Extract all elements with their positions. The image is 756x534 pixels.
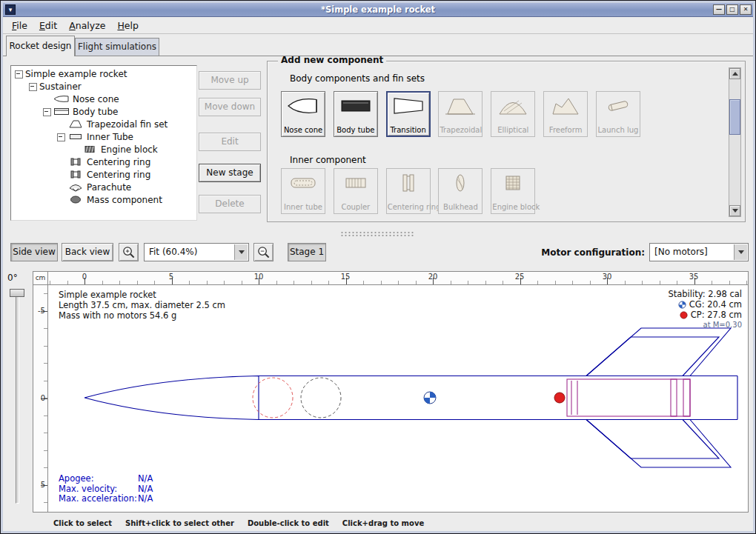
move-down-button[interactable]: Move down [199, 98, 261, 116]
bulkhead-icon [444, 172, 477, 194]
hint-shift-click: Shift+click to select other [125, 519, 234, 527]
side-view-button[interactable]: Side view [10, 243, 58, 261]
titlebar: ▾ *Simple example rocket — □ ✕ [3, 3, 753, 17]
add-engine-block-button[interactable]: Engine block [491, 168, 535, 214]
dropdown-arrow-icon[interactable] [234, 244, 248, 260]
app-window: ▾ *Simple example rocket — □ ✕ File Edit… [0, 0, 756, 534]
add-transition-button[interactable]: Transition [386, 91, 431, 137]
tree-item-inner-tube[interactable]: Inner Tube [11, 130, 196, 143]
tree-item-parachute[interactable]: Parachute [11, 181, 196, 193]
menu-file[interactable]: File [6, 19, 33, 33]
stage-1-toggle[interactable]: Stage 1 [288, 243, 326, 261]
rocket-mass: Mass with no motors 54.6 g [59, 310, 225, 321]
back-view-button[interactable]: Back view [62, 243, 113, 261]
tree-item-nose-cone[interactable]: Nose cone [11, 93, 196, 105]
move-up-button[interactable]: Move up [199, 71, 261, 90]
dropdown-arrow-icon[interactable] [734, 244, 747, 260]
tree-item-mass-component[interactable]: Mass component [11, 193, 196, 206]
mass-component-icon [67, 195, 84, 204]
rocket-view[interactable]: Simple example rocket Length 37.5 cm, ma… [48, 285, 748, 512]
menu-help[interactable]: Help [111, 19, 145, 33]
maximize-button[interactable]: □ [726, 4, 738, 15]
slider-track[interactable] [16, 290, 19, 504]
new-stage-button[interactable]: New stage [199, 164, 261, 182]
component-panel-scrollbar[interactable] [729, 67, 741, 217]
tab-rocket-design[interactable]: Rocket design [6, 36, 75, 56]
tree-item-sustainer[interactable]: Sustainer [11, 80, 196, 93]
rocket-dimensions: Length 37.5 cm, max. diameter 2.5 cm [59, 300, 225, 310]
add-centering-ring-button[interactable]: Centering ring [386, 168, 431, 214]
nose-cone-icon [287, 95, 319, 117]
tree-item-centering-ring[interactable]: Centering ring [11, 156, 196, 168]
centering-ring-icon [67, 170, 84, 179]
close-button[interactable]: ✕ [740, 4, 752, 15]
tree-expander-icon[interactable] [14, 70, 25, 77]
zoom-value: Fit (60.4%) [149, 247, 197, 257]
window-controls: — □ ✕ [713, 4, 752, 15]
scrollbar-thumb[interactable] [729, 99, 740, 135]
window-title: *Simple example rocket [3, 4, 753, 15]
tree-item-rocket[interactable]: Simple example rocket [11, 67, 196, 80]
scroll-up-button[interactable] [729, 68, 740, 79]
inner-components-outline [567, 379, 690, 416]
launch-lug-icon [602, 95, 634, 117]
inner-tube-icon [67, 132, 84, 141]
hint-click-select: Click to select [53, 519, 112, 527]
splitter-grip[interactable] [340, 231, 414, 237]
magnifier-minus-icon [256, 245, 271, 259]
arrow-up-icon [732, 72, 738, 76]
menu-analyze[interactable]: Analyze [63, 19, 111, 33]
zoom-in-button[interactable] [119, 243, 139, 261]
tree-item-engine-block[interactable]: Engine block [11, 143, 196, 156]
elliptical-fin-icon [497, 95, 529, 117]
edit-button[interactable]: Edit [199, 133, 261, 151]
rotation-slider[interactable] [3, 284, 33, 507]
flight-statistics: Apogee:N/A Max. velocity:N/A Max. accele… [59, 474, 153, 504]
window-menu-icon[interactable]: ▾ [5, 4, 16, 15]
tab-flight-simulations[interactable]: Flight simulations [75, 38, 159, 56]
add-nose-cone-button[interactable]: Nose cone [281, 91, 325, 137]
delete-button[interactable]: Delete [199, 195, 261, 213]
inner-component-label: Inner component [290, 155, 366, 165]
body-tube-icon [339, 95, 372, 117]
tree-expander-icon[interactable] [28, 83, 39, 90]
body-tube-icon [53, 107, 70, 116]
add-launch-lug-button[interactable]: Launch lug [596, 91, 640, 137]
transition-icon [392, 95, 425, 117]
mass-component-outline [301, 378, 341, 418]
add-freeform-fin-button[interactable]: Freeform [543, 91, 588, 137]
hint-click-drag: Click+drag to move [342, 519, 424, 527]
motor-configuration-label: Motor configuration: [541, 247, 645, 258]
add-body-tube-button[interactable]: Body tube [334, 91, 378, 137]
component-tree[interactable]: Simple example rocket Sustainer Nose con… [10, 65, 197, 221]
tree-item-trapezoidal-fin-set[interactable]: Trapezoidal fin set [11, 118, 196, 130]
add-trapezoidal-fin-button[interactable]: Trapezoidal [438, 91, 483, 137]
zoom-out-button[interactable] [253, 243, 273, 261]
magnifier-plus-icon [122, 245, 136, 259]
tree-item-centering-ring-2[interactable]: Centering ring [11, 168, 196, 181]
add-bulkhead-button[interactable]: Bulkhead [438, 168, 483, 214]
scroll-down-button[interactable] [729, 205, 740, 216]
parachute-icon [67, 182, 84, 192]
add-elliptical-fin-button[interactable]: Elliptical [491, 91, 535, 137]
trapezoidal-fin-icon [444, 95, 477, 117]
minimize-button[interactable]: — [713, 4, 725, 15]
slider-thumb[interactable] [10, 289, 24, 297]
add-coupler-button[interactable]: Coupler [334, 168, 378, 214]
zoom-select[interactable]: Fit (60.4%) [144, 243, 249, 261]
nose-cone-icon [53, 94, 70, 104]
menu-edit[interactable]: Edit [33, 19, 63, 33]
motor-configuration-select[interactable]: [No motors] [649, 243, 749, 261]
tree-expander-icon[interactable] [42, 108, 53, 115]
ruler-unit: cm [33, 272, 48, 285]
engine-block-icon [497, 172, 529, 194]
motor-configuration-value: [No motors] [654, 247, 708, 257]
tree-expander-icon[interactable] [56, 133, 67, 140]
centering-ring-icon [392, 172, 425, 194]
tree-item-body-tube[interactable]: Body tube [11, 105, 196, 118]
add-component-title: Add new component [278, 55, 386, 65]
status-bar: Click to select Shift+click to select ot… [3, 515, 753, 530]
add-inner-tube-button[interactable]: Inner tube [281, 168, 325, 214]
cp-icon [680, 311, 688, 319]
arrow-down-icon [732, 209, 738, 213]
